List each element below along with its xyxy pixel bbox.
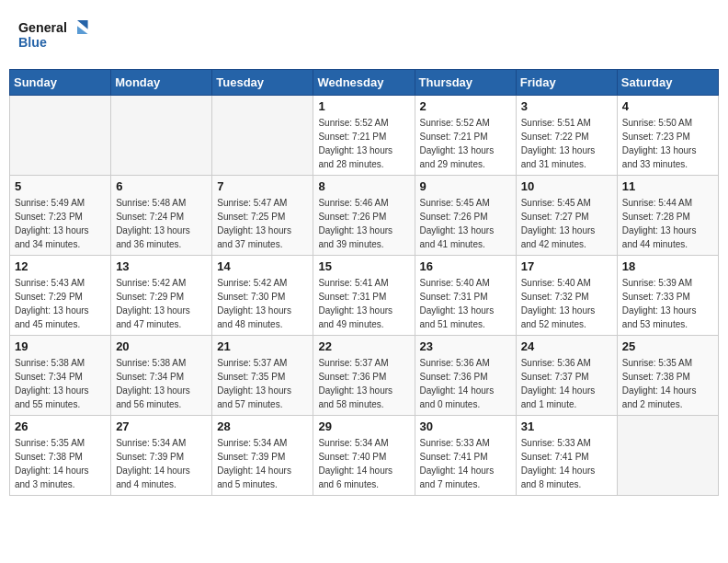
calendar-cell: 11Sunrise: 5:44 AMSunset: 7:28 PMDayligh…	[617, 176, 718, 256]
calendar-header-row: SundayMondayTuesdayWednesdayThursdayFrid…	[10, 70, 719, 96]
day-info: Sunrise: 5:45 AMSunset: 7:26 PMDaylight:…	[420, 196, 511, 251]
day-number: 9	[420, 179, 511, 193]
calendar-cell: 28Sunrise: 5:34 AMSunset: 7:39 PMDayligh…	[212, 416, 313, 496]
day-number: 14	[217, 259, 308, 273]
calendar-table: SundayMondayTuesdayWednesdayThursdayFrid…	[9, 69, 719, 496]
calendar-cell: 21Sunrise: 5:37 AMSunset: 7:35 PMDayligh…	[212, 336, 313, 416]
day-number: 21	[217, 339, 308, 353]
day-info: Sunrise: 5:34 AMSunset: 7:39 PMDaylight:…	[116, 436, 207, 491]
day-info: Sunrise: 5:38 AMSunset: 7:34 PMDaylight:…	[116, 356, 207, 411]
day-number: 17	[521, 259, 612, 273]
svg-text:Blue: Blue	[18, 35, 47, 50]
day-info: Sunrise: 5:40 AMSunset: 7:31 PMDaylight:…	[420, 276, 511, 331]
day-header-thursday: Thursday	[415, 70, 516, 96]
day-info: Sunrise: 5:52 AMSunset: 7:21 PMDaylight:…	[420, 116, 511, 171]
day-number: 1	[318, 99, 409, 113]
day-header-sunday: Sunday	[10, 70, 111, 96]
day-info: Sunrise: 5:49 AMSunset: 7:23 PMDaylight:…	[15, 196, 106, 251]
calendar-cell: 6Sunrise: 5:48 AMSunset: 7:24 PMDaylight…	[111, 176, 212, 256]
day-info: Sunrise: 5:48 AMSunset: 7:24 PMDaylight:…	[116, 196, 207, 251]
day-info: Sunrise: 5:34 AMSunset: 7:40 PMDaylight:…	[318, 436, 409, 491]
calendar-cell	[111, 96, 212, 176]
day-number: 8	[318, 179, 409, 193]
day-info: Sunrise: 5:43 AMSunset: 7:29 PMDaylight:…	[15, 276, 106, 331]
day-info: Sunrise: 5:45 AMSunset: 7:27 PMDaylight:…	[521, 196, 612, 251]
day-info: Sunrise: 5:35 AMSunset: 7:38 PMDaylight:…	[622, 356, 713, 411]
calendar-cell: 20Sunrise: 5:38 AMSunset: 7:34 PMDayligh…	[111, 336, 212, 416]
day-number: 11	[622, 179, 713, 193]
day-info: Sunrise: 5:34 AMSunset: 7:39 PMDaylight:…	[217, 436, 308, 491]
day-info: Sunrise: 5:36 AMSunset: 7:37 PMDaylight:…	[521, 356, 612, 411]
day-info: Sunrise: 5:51 AMSunset: 7:22 PMDaylight:…	[521, 116, 612, 171]
day-info: Sunrise: 5:39 AMSunset: 7:33 PMDaylight:…	[622, 276, 713, 331]
logo-svg: General Blue	[18, 14, 92, 55]
day-info: Sunrise: 5:44 AMSunset: 7:28 PMDaylight:…	[622, 196, 713, 251]
calendar-cell: 22Sunrise: 5:37 AMSunset: 7:36 PMDayligh…	[313, 336, 415, 416]
svg-text:General: General	[18, 20, 67, 35]
day-info: Sunrise: 5:42 AMSunset: 7:29 PMDaylight:…	[116, 276, 207, 331]
day-number: 18	[622, 259, 713, 273]
day-number: 10	[521, 179, 612, 193]
day-info: Sunrise: 5:37 AMSunset: 7:35 PMDaylight:…	[217, 356, 308, 411]
day-number: 28	[217, 419, 308, 433]
day-number: 15	[318, 259, 409, 273]
day-number: 3	[521, 99, 612, 113]
day-number: 19	[15, 339, 106, 353]
calendar-cell: 19Sunrise: 5:38 AMSunset: 7:34 PMDayligh…	[10, 336, 111, 416]
calendar-cell: 16Sunrise: 5:40 AMSunset: 7:31 PMDayligh…	[415, 256, 516, 336]
day-number: 31	[521, 419, 612, 433]
calendar-cell: 30Sunrise: 5:33 AMSunset: 7:41 PMDayligh…	[415, 416, 516, 496]
day-info: Sunrise: 5:52 AMSunset: 7:21 PMDaylight:…	[318, 116, 409, 171]
day-number: 4	[622, 99, 713, 113]
calendar-cell	[617, 416, 718, 496]
calendar-cell: 1Sunrise: 5:52 AMSunset: 7:21 PMDaylight…	[313, 96, 415, 176]
calendar-cell: 3Sunrise: 5:51 AMSunset: 7:22 PMDaylight…	[516, 96, 617, 176]
calendar-cell	[10, 96, 111, 176]
day-info: Sunrise: 5:46 AMSunset: 7:26 PMDaylight:…	[318, 196, 409, 251]
calendar-cell: 12Sunrise: 5:43 AMSunset: 7:29 PMDayligh…	[10, 256, 111, 336]
day-info: Sunrise: 5:47 AMSunset: 7:25 PMDaylight:…	[217, 196, 308, 251]
calendar-week-row: 26Sunrise: 5:35 AMSunset: 7:38 PMDayligh…	[10, 416, 719, 496]
calendar-cell: 14Sunrise: 5:42 AMSunset: 7:30 PMDayligh…	[212, 256, 313, 336]
calendar-cell: 29Sunrise: 5:34 AMSunset: 7:40 PMDayligh…	[313, 416, 415, 496]
day-info: Sunrise: 5:33 AMSunset: 7:41 PMDaylight:…	[521, 436, 612, 491]
calendar-cell: 31Sunrise: 5:33 AMSunset: 7:41 PMDayligh…	[516, 416, 617, 496]
day-info: Sunrise: 5:35 AMSunset: 7:38 PMDaylight:…	[15, 436, 106, 491]
day-number: 6	[116, 179, 207, 193]
day-header-saturday: Saturday	[617, 70, 718, 96]
calendar-cell: 27Sunrise: 5:34 AMSunset: 7:39 PMDayligh…	[111, 416, 212, 496]
calendar-cell: 18Sunrise: 5:39 AMSunset: 7:33 PMDayligh…	[617, 256, 718, 336]
day-number: 30	[420, 419, 511, 433]
calendar-cell: 5Sunrise: 5:49 AMSunset: 7:23 PMDaylight…	[10, 176, 111, 256]
day-number: 23	[420, 339, 511, 353]
calendar-cell: 23Sunrise: 5:36 AMSunset: 7:36 PMDayligh…	[415, 336, 516, 416]
day-header-friday: Friday	[516, 70, 617, 96]
day-header-wednesday: Wednesday	[313, 70, 415, 96]
day-number: 13	[116, 259, 207, 273]
day-number: 12	[15, 259, 106, 273]
calendar-cell: 9Sunrise: 5:45 AMSunset: 7:26 PMDaylight…	[415, 176, 516, 256]
day-info: Sunrise: 5:40 AMSunset: 7:32 PMDaylight:…	[521, 276, 612, 331]
calendar-week-row: 19Sunrise: 5:38 AMSunset: 7:34 PMDayligh…	[10, 336, 719, 416]
calendar-cell: 15Sunrise: 5:41 AMSunset: 7:31 PMDayligh…	[313, 256, 415, 336]
day-info: Sunrise: 5:50 AMSunset: 7:23 PMDaylight:…	[622, 116, 713, 171]
day-number: 7	[217, 179, 308, 193]
day-info: Sunrise: 5:37 AMSunset: 7:36 PMDaylight:…	[318, 356, 409, 411]
calendar-cell: 24Sunrise: 5:36 AMSunset: 7:37 PMDayligh…	[516, 336, 617, 416]
day-number: 20	[116, 339, 207, 353]
logo: General Blue	[18, 14, 92, 55]
calendar-week-row: 5Sunrise: 5:49 AMSunset: 7:23 PMDaylight…	[10, 176, 719, 256]
calendar-week-row: 1Sunrise: 5:52 AMSunset: 7:21 PMDaylight…	[10, 96, 719, 176]
day-info: Sunrise: 5:42 AMSunset: 7:30 PMDaylight:…	[217, 276, 308, 331]
day-number: 25	[622, 339, 713, 353]
day-number: 16	[420, 259, 511, 273]
calendar-cell: 7Sunrise: 5:47 AMSunset: 7:25 PMDaylight…	[212, 176, 313, 256]
day-info: Sunrise: 5:33 AMSunset: 7:41 PMDaylight:…	[420, 436, 511, 491]
day-header-monday: Monday	[111, 70, 212, 96]
day-number: 26	[15, 419, 106, 433]
day-number: 22	[318, 339, 409, 353]
day-number: 5	[15, 179, 106, 193]
calendar-cell: 10Sunrise: 5:45 AMSunset: 7:27 PMDayligh…	[516, 176, 617, 256]
day-number: 2	[420, 99, 511, 113]
calendar-cell: 17Sunrise: 5:40 AMSunset: 7:32 PMDayligh…	[516, 256, 617, 336]
